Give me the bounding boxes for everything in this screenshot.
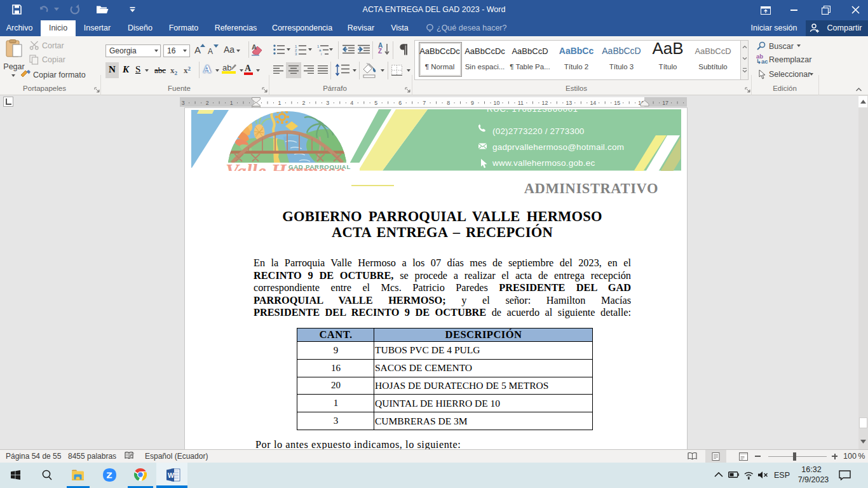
svg-text:2: 2: [206, 100, 209, 106]
svg-text:7: 7: [423, 100, 426, 106]
svg-text:RUC: 1768123860001: RUC: 1768123860001: [487, 109, 578, 114]
svg-text:12: 12: [542, 100, 548, 106]
svg-text:6: 6: [398, 100, 402, 106]
svg-text:1: 1: [278, 100, 281, 106]
svg-text:i: i: [321, 52, 322, 55]
svg-text:2: 2: [302, 100, 305, 106]
svg-text:9: 9: [471, 100, 474, 106]
svg-text:W: W: [168, 471, 174, 479]
svg-text:15: 15: [614, 100, 620, 106]
svg-text:(02)2773220 / 2773300: (02)2773220 / 2773300: [492, 126, 585, 136]
svg-text:5: 5: [374, 100, 377, 106]
svg-text:GAD PARROQUIAL: GAD PARROQUIAL: [288, 163, 351, 170]
svg-text:4: 4: [350, 100, 353, 106]
svg-text:17: 17: [662, 100, 668, 106]
svg-text:13: 13: [566, 100, 572, 106]
svg-text:3: 3: [182, 100, 185, 106]
svg-text:1: 1: [230, 100, 233, 106]
svg-text:3: 3: [326, 100, 329, 106]
svg-text:gadprvallehermoso@hotmail.com: gadprvallehermoso@hotmail.com: [492, 142, 624, 152]
svg-text:3: 3: [295, 52, 297, 56]
svg-text:www.vallehermoso.gob.ec: www.vallehermoso.gob.ec: [492, 158, 595, 168]
svg-text:14: 14: [590, 100, 596, 106]
svg-text:10: 10: [494, 100, 500, 106]
svg-text:8: 8: [447, 100, 450, 106]
svg-text:11: 11: [518, 100, 524, 106]
